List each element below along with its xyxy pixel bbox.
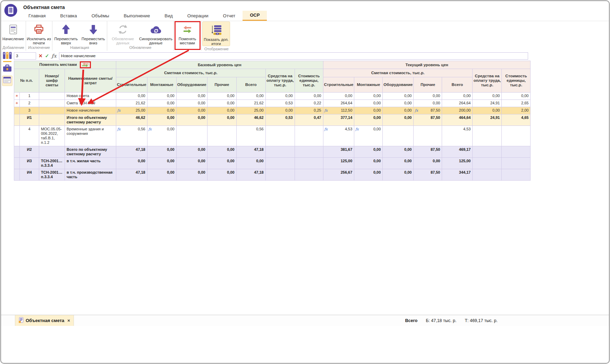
- value-cell[interactable]: 264,64: [323, 100, 354, 107]
- value-cell[interactable]: 0,25: [295, 107, 323, 114]
- estimate-code-cell[interactable]: [39, 146, 65, 158]
- value-cell[interactable]: [383, 126, 414, 146]
- menu-tab-6[interactable]: Отчет: [216, 11, 243, 21]
- value-cell[interactable]: [295, 126, 323, 146]
- swap-arrows-small-icon[interactable]: [82, 62, 89, 67]
- close-icon[interactable]: ×: [67, 318, 70, 323]
- nachislenie-button[interactable]: Начисление: [1, 21, 25, 45]
- value-cell[interactable]: 0,00: [323, 93, 354, 100]
- value-cell[interactable]: 0,00: [414, 93, 442, 100]
- value-cell[interactable]: 200,00: [442, 107, 473, 114]
- value-cell[interactable]: 0,00: [414, 158, 442, 169]
- row-marker-cell[interactable]: [14, 169, 20, 181]
- value-cell[interactable]: 0,00: [176, 158, 207, 169]
- value-cell[interactable]: 2,00: [502, 107, 531, 114]
- value-cell[interactable]: 0,00: [116, 158, 147, 169]
- value-cell[interactable]: 0,00: [176, 93, 207, 100]
- value-cell[interactable]: 381,67: [323, 146, 354, 158]
- value-cell[interactable]: 0,00: [383, 146, 414, 158]
- value-cell[interactable]: ƒx4,53: [323, 126, 354, 146]
- table-row[interactable]: И4ТСН-2001… п.3.3.4в т.ч. производственн…: [14, 169, 531, 181]
- value-cell[interactable]: 0,00: [176, 107, 207, 114]
- value-cell[interactable]: 0,00: [383, 93, 414, 100]
- estimate-name-cell[interactable]: в т.ч. производственная часть: [65, 169, 116, 181]
- estimate-name-cell[interactable]: Смета ТСН М19: [65, 100, 116, 107]
- value-cell[interactable]: [502, 126, 531, 146]
- value-cell[interactable]: 0,00: [207, 169, 236, 181]
- document-tab[interactable]: Объектная смета ×: [15, 315, 74, 326]
- estimate-code-cell[interactable]: ТСН-2001… п.3.3.4: [39, 169, 65, 181]
- value-cell[interactable]: [265, 158, 295, 169]
- value-cell[interactable]: 0,00: [354, 146, 383, 158]
- value-cell[interactable]: 24,91: [473, 100, 502, 107]
- value-cell[interactable]: 24,91: [473, 114, 502, 126]
- value-cell[interactable]: 0,00: [207, 107, 236, 114]
- value-cell[interactable]: 0,00: [354, 169, 383, 181]
- value-cell[interactable]: 0,00: [236, 158, 265, 169]
- value-cell[interactable]: 0,00: [354, 114, 383, 126]
- value-cell[interactable]: [473, 146, 502, 158]
- value-cell[interactable]: 0,47: [295, 114, 323, 126]
- value-cell[interactable]: 0,00: [442, 93, 473, 100]
- row-marker-cell[interactable]: [14, 107, 20, 114]
- row-number-cell[interactable]: 1: [20, 93, 39, 100]
- table-row[interactable]: И2Всего по объектному сметному расчету47…: [14, 146, 531, 158]
- value-cell[interactable]: 0,00: [147, 93, 176, 100]
- briefcase-icon[interactable]: [3, 64, 12, 73]
- value-cell[interactable]: 0,00: [236, 93, 265, 100]
- value-cell[interactable]: 0,00: [207, 93, 236, 100]
- row-marker-cell[interactable]: [14, 126, 20, 146]
- value-cell[interactable]: [473, 126, 502, 146]
- estimate-code-cell[interactable]: [39, 93, 65, 100]
- value-cell[interactable]: 2,65: [502, 100, 531, 107]
- value-cell[interactable]: [207, 126, 236, 146]
- value-cell[interactable]: 21,62: [116, 100, 147, 107]
- estimate-code-cell[interactable]: [39, 114, 65, 126]
- row-number-cell[interactable]: И1: [20, 114, 39, 126]
- value-cell[interactable]: 25,00: [236, 107, 265, 114]
- value-cell[interactable]: ƒx25,00: [116, 107, 147, 114]
- value-cell[interactable]: 0,00: [354, 93, 383, 100]
- row-marker-cell[interactable]: [14, 146, 20, 158]
- value-cell[interactable]: [176, 126, 207, 146]
- value-cell[interactable]: 0,00: [354, 100, 383, 107]
- value-cell[interactable]: 0,00: [295, 93, 323, 100]
- table-row[interactable]: ☀1Новая смета0,000,000,000,000,000,000,0…: [14, 93, 531, 100]
- menu-tab-4[interactable]: Вид: [157, 11, 180, 21]
- value-cell[interactable]: 0,00: [383, 158, 414, 169]
- estimate-name-cell[interactable]: Временные здания и сооружения: [65, 126, 116, 146]
- value-cell[interactable]: 47,18: [236, 169, 265, 181]
- value-cell[interactable]: 0,00: [147, 100, 176, 107]
- estimate-name-cell[interactable]: в т.ч. жилая часть: [65, 158, 116, 169]
- value-cell[interactable]: [295, 146, 323, 158]
- value-cell[interactable]: 0,00: [383, 169, 414, 181]
- estimate-name-cell[interactable]: Новое начисление: [65, 107, 116, 114]
- value-cell[interactable]: 0,00: [207, 100, 236, 107]
- value-cell[interactable]: 264,64: [442, 100, 473, 107]
- value-cell[interactable]: 464,64: [442, 114, 473, 126]
- value-cell[interactable]: 0,00: [147, 158, 176, 169]
- value-cell[interactable]: 4,65: [502, 114, 531, 126]
- value-cell[interactable]: [473, 169, 502, 181]
- value-cell[interactable]: 0,00: [383, 100, 414, 107]
- row-number-input[interactable]: [14, 52, 36, 60]
- menu-tab-7[interactable]: ОСР: [243, 11, 267, 21]
- estimate-name-cell[interactable]: Всего по объектному сметному расчету: [65, 146, 116, 158]
- value-cell[interactable]: 0,00: [502, 93, 531, 100]
- value-cell[interactable]: 46,62: [236, 114, 265, 126]
- value-cell[interactable]: 377,14: [323, 114, 354, 126]
- estimate-code-cell[interactable]: [39, 107, 65, 114]
- estimate-name-cell[interactable]: Новая смета: [65, 93, 116, 100]
- move-up-button[interactable]: Переместить вверх: [52, 21, 80, 45]
- swap-button[interactable]: Поменять местами: [174, 21, 201, 51]
- menu-tab-0[interactable]: Главная: [21, 11, 53, 21]
- value-cell[interactable]: 0,00: [147, 107, 176, 114]
- value-cell[interactable]: 125,00: [323, 158, 354, 169]
- value-cell[interactable]: 0,00: [207, 158, 236, 169]
- value-cell[interactable]: 256,67: [323, 169, 354, 181]
- value-cell[interactable]: 0,00: [176, 100, 207, 107]
- row-number-cell[interactable]: И4: [20, 169, 39, 181]
- value-cell[interactable]: 0,00: [147, 169, 176, 181]
- value-cell[interactable]: [295, 158, 323, 169]
- value-cell[interactable]: 0,53: [265, 114, 295, 126]
